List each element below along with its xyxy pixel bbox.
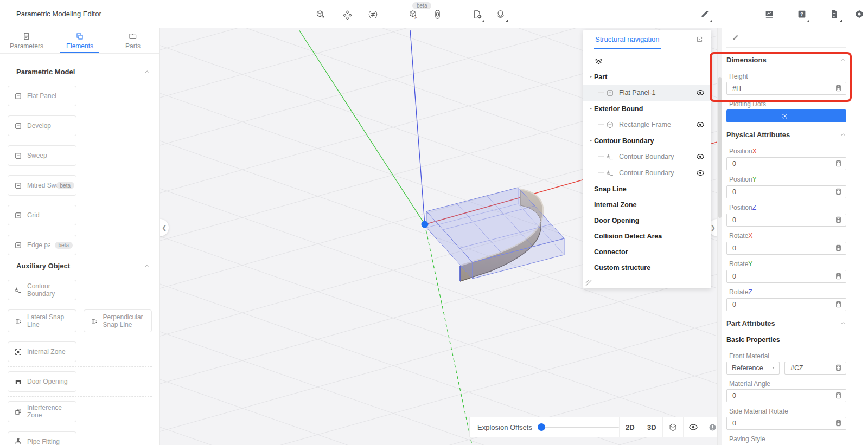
height-label: Height [726,70,846,80]
auxiliary-row: Internal Zone [8,341,152,362]
rotatex-input[interactable]: 0 [726,242,846,255]
calculator-icon[interactable] [835,364,842,371]
positionz-input[interactable]: 0 [726,214,846,227]
material-angle-input[interactable]: 0 [726,389,846,402]
element-button-door-opening[interactable]: Door Opening [8,371,76,392]
calculator-icon[interactable] [835,301,842,308]
rotatey-input[interactable]: 0 [726,270,846,283]
visibility-eye-icon[interactable] [696,169,705,177]
visibility-eye-icon[interactable] [696,152,705,161]
element-button-sweep[interactable]: Sweep [8,145,76,166]
section-dimensions[interactable]: Dimensions [726,52,846,67]
chevron-up-icon[interactable] [840,131,846,138]
explosion-offsets-slider[interactable] [538,417,619,437]
tree-caret-icon[interactable] [588,138,593,144]
front-material-select[interactable]: Reference [726,362,780,375]
cube-icon[interactable] [668,423,678,432]
expand-icon[interactable] [695,35,704,43]
exclaim-icon[interactable] [709,423,717,431]
toolbar-hex-nut-button[interactable] [851,6,867,22]
tree-group-internal-zone[interactable]: Internal Zone [583,197,711,212]
tree-root-item[interactable] [583,53,711,69]
toolbar-cube-grid-button[interactable] [312,6,328,22]
section-parametric-model[interactable]: Parametric Model [8,65,152,79]
chevron-up-icon[interactable] [840,320,846,326]
toolbar-document-button[interactable] [826,6,843,22]
view-mode-label: 2D [626,423,635,431]
element-button-develop[interactable]: Develop [8,115,76,136]
section-auxiliary-object[interactable]: Auxiliary Object [8,259,152,273]
tab-parts[interactable]: Parts [106,28,159,53]
pencil-icon[interactable] [732,34,739,41]
tree-group-collision-detect-area[interactable]: Collision Detect Area [583,228,711,244]
calculator-icon[interactable] [835,273,842,280]
calculator-icon[interactable] [835,420,842,427]
origin-point[interactable] [422,221,429,228]
perspective-cube-button[interactable] [662,417,683,437]
element-button-interference-zone[interactable]: Interference Zone [8,401,76,422]
tree-group-door-opening[interactable]: Door Opening [583,212,711,228]
tree-caret-icon[interactable] [588,106,593,112]
chevron-up-icon[interactable] [144,262,151,269]
calculator-icon[interactable] [835,392,842,399]
tree-item-contour-boundary[interactable]: Contour Boundary [583,165,711,181]
element-button-lateral-snap-line[interactable]: Lateral Snap Line [8,309,76,332]
toolbar-idea-bulb-button[interactable] [492,6,508,22]
caret-down-icon[interactable] [770,365,776,371]
resize-handle-icon[interactable] [585,280,592,286]
tree-group-custom-structure[interactable]: Custom structure [583,260,711,275]
slider-track[interactable] [538,427,619,428]
tab-label: Parameters [10,42,43,50]
toolbar-pencil-button[interactable] [697,6,713,22]
dropdown-corner [840,20,842,22]
toolbar-chart-board-button[interactable] [761,6,777,22]
view-mode-3d-button[interactable]: 3D [641,417,662,437]
visibility-button[interactable] [683,417,704,437]
height-input[interactable]: #H [726,82,846,95]
section-physical-attributes[interactable]: Physical Attributes [726,127,846,142]
element-button-perpendicular-snap-line[interactable]: Perpendicular Snap Line [84,309,152,332]
tree-item-rectangle-frame[interactable]: Rectangle Frame [583,117,711,133]
rotatez-input[interactable]: 0 [726,298,846,311]
structural-navigation-tab[interactable]: Structural navigation [594,30,661,49]
calculator-icon[interactable] [835,85,842,92]
element-button-flat-panel[interactable]: Flat Panel [8,86,76,106]
calculator-icon[interactable] [835,216,842,223]
toolbar-capsule-zero-button[interactable] [429,6,445,22]
view-mode-2d-button[interactable]: 2D [619,417,641,437]
tab-parameters[interactable]: Parameters [0,28,53,53]
tree-group-connector[interactable]: Connector [583,244,711,260]
calculator-icon[interactable] [835,160,842,167]
eye-icon[interactable] [688,422,698,432]
tree-caret-icon[interactable] [588,74,593,80]
toolbar-component-button[interactable] [339,6,355,22]
visibility-eye-icon[interactable] [696,88,705,97]
element-button-grid[interactable]: Grid [8,205,76,225]
input-value: 0 [732,301,736,308]
toolbar-swap-horizontal-button[interactable] [365,6,381,22]
element-button-pipe-fitting[interactable]: Pipe Fitting [8,431,76,445]
inspector-scrollbar[interactable] [718,28,722,445]
positionx-input[interactable]: 0 [726,157,846,170]
edit-contour-button[interactable] [726,109,846,122]
visibility-eye-icon[interactable] [696,120,705,129]
calculator-icon[interactable] [835,244,842,251]
side-material-rotate-input[interactable]: 0 [726,417,846,430]
element-button-mitred-sweep[interactable]: Mitred Sweepbeta [8,175,76,196]
tree-item-flat-panel-1[interactable]: Flat Panel-1 [583,85,711,101]
front-material-input[interactable]: #CZ [784,362,846,375]
model-flat-panel[interactable] [426,188,564,281]
slider-knob[interactable] [538,423,545,431]
chevron-up-icon[interactable] [144,68,151,75]
chevron-up-icon[interactable] [840,56,846,63]
element-button-edge-panel[interactable]: Edge panelbeta [8,235,76,255]
element-button-contour-boundary[interactable]: Contour Boundary [8,280,76,300]
calculator-icon[interactable] [835,188,842,195]
tree-group-snap-line[interactable]: Snap Line [583,181,711,197]
toolbar-doc-gear-button[interactable] [469,6,485,22]
element-button-internal-zone[interactable]: Internal Zone [8,341,76,362]
positiony-input[interactable]: 0 [726,185,846,198]
section-part-attributes[interactable]: Part Attributes [726,315,846,331]
toolbar-help-button[interactable]: ? [794,6,810,22]
tab-elements[interactable]: Elements [53,28,106,53]
